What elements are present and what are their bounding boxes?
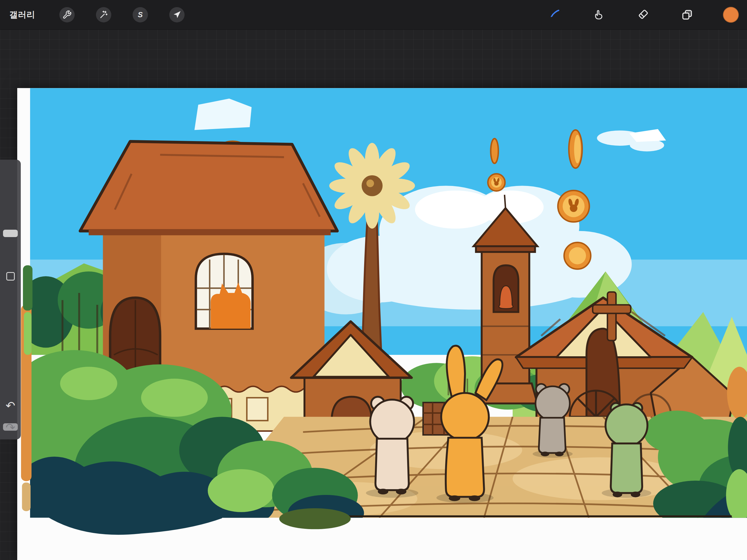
layers-icon	[681, 9, 693, 21]
modify-square-icon	[6, 272, 15, 281]
eraser-icon	[637, 9, 649, 21]
modify-button[interactable]	[0, 269, 21, 283]
color-swatch[interactable]	[723, 7, 739, 23]
layers-button[interactable]	[679, 6, 696, 23]
wrench-icon	[62, 10, 72, 19]
canvas-page[interactable]	[17, 88, 747, 560]
brush-size-slider[interactable]	[0, 160, 21, 269]
smudge-tool-button[interactable]	[590, 6, 607, 23]
selection-s-icon: S	[136, 10, 145, 19]
smudge-finger-icon	[593, 9, 604, 21]
canvas-artwork[interactable]	[17, 88, 747, 560]
eraser-tool-button[interactable]	[634, 6, 651, 23]
art-bear-cream	[370, 397, 414, 494]
actions-button[interactable]	[59, 7, 75, 22]
brush-tool-button[interactable]	[546, 6, 563, 23]
sidebar-controls: ↶ ↷	[0, 160, 21, 439]
redo-button[interactable]: ↷	[0, 419, 21, 436]
selection-button[interactable]: S	[133, 7, 148, 22]
art-frog-green	[606, 403, 647, 498]
adjustments-button[interactable]	[96, 7, 111, 22]
toolbar-left-group: 갤러리 S	[0, 7, 185, 22]
magic-wand-icon	[99, 10, 108, 19]
undo-button[interactable]: ↶	[0, 397, 21, 414]
brush-size-handle[interactable]	[3, 230, 18, 237]
top-toolbar: 갤러리 S	[0, 0, 747, 30]
toolbar-right-group	[546, 6, 747, 23]
paint-brush-icon	[548, 9, 560, 21]
transform-arrow-icon	[173, 10, 181, 19]
gallery-button[interactable]: 갤러리	[9, 9, 38, 21]
svg-text:S: S	[138, 11, 143, 19]
transform-button[interactable]	[169, 7, 185, 22]
art-bear-gray	[535, 384, 570, 456]
opacity-slider[interactable]	[0, 283, 21, 387]
